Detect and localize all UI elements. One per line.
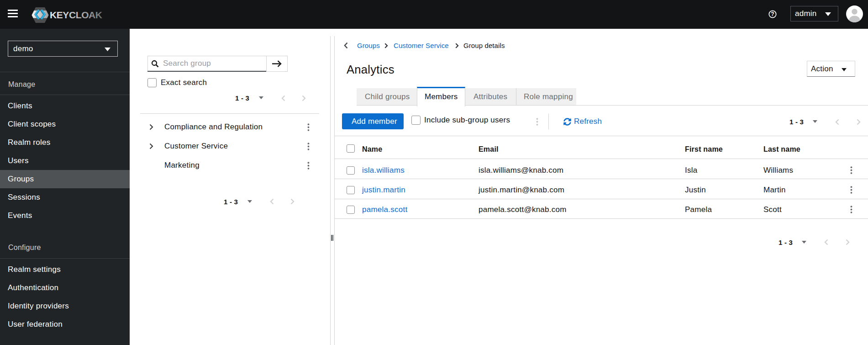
- svg-text:KEYCLOAK: KEYCLOAK: [50, 10, 102, 20]
- svg-text:?: ?: [771, 11, 774, 17]
